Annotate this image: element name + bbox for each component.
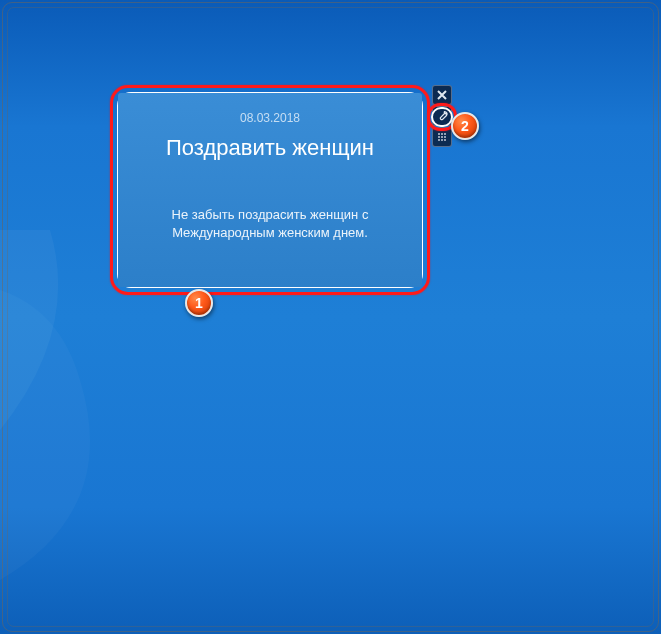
drag-handle[interactable] bbox=[432, 127, 452, 147]
annotation-marker-2: 2 bbox=[451, 112, 479, 140]
gadget-control-panel bbox=[432, 85, 454, 147]
close-icon bbox=[436, 89, 448, 101]
wrench-icon bbox=[436, 110, 448, 122]
settings-button[interactable] bbox=[432, 106, 452, 126]
reminder-title: Поздравить женщин bbox=[166, 135, 374, 161]
reminder-gadget[interactable]: 08.03.2018 Поздравить женщин Не забыть п… bbox=[110, 85, 430, 295]
reminder-description: Не забыть поздрасить женщин с Международ… bbox=[138, 206, 402, 242]
close-button[interactable] bbox=[432, 85, 452, 105]
reminder-date: 08.03.2018 bbox=[240, 111, 300, 125]
grip-icon bbox=[438, 133, 446, 141]
annotation-marker-1: 1 bbox=[185, 289, 213, 317]
gadget-content-area: 08.03.2018 Поздравить женщин Не забыть п… bbox=[118, 93, 422, 287]
